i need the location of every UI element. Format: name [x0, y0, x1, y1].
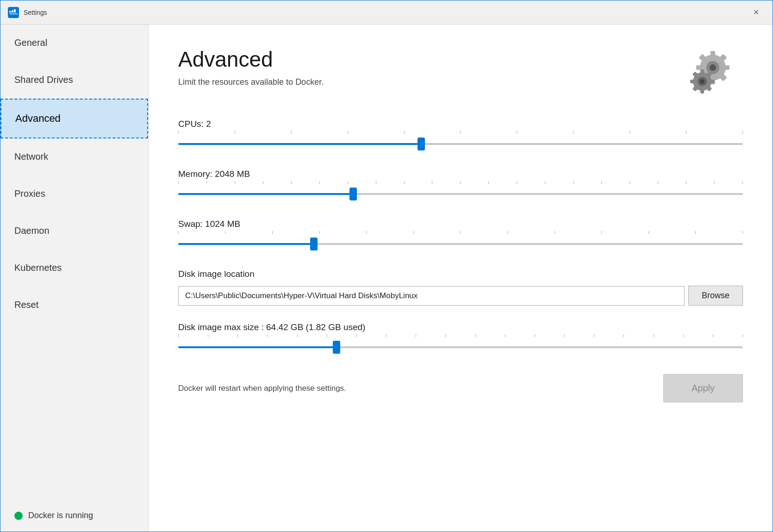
page-subtitle: Limit the resources available to Docker. — [178, 77, 324, 87]
sidebar: General Shared Drives Advanced Network P… — [0, 25, 149, 532]
cpus-ticks — [178, 131, 743, 134]
gear-icon — [683, 47, 743, 104]
gear-front — [690, 69, 714, 94]
content-area: Advanced Limit the resources available t… — [149, 25, 773, 532]
browse-button[interactable]: Browse — [688, 286, 743, 306]
page-title: Advanced — [178, 47, 324, 72]
cpus-section: CPUs: 2 — [178, 119, 743, 152]
disk-size-track — [178, 346, 743, 348]
sidebar-item-general[interactable]: General — [0, 25, 148, 62]
disk-location-section: Disk image location Browse — [178, 269, 743, 306]
memory-ticks — [178, 181, 743, 184]
apply-button[interactable]: Apply — [663, 374, 743, 402]
cpus-slider[interactable] — [178, 136, 743, 152]
disk-location-label: Disk image location — [178, 269, 743, 279]
disk-size-slider[interactable] — [178, 339, 743, 356]
swap-track — [178, 243, 743, 245]
svg-rect-4 — [9, 13, 18, 14]
content-header-text: Advanced Limit the resources available t… — [178, 47, 324, 87]
svg-rect-1 — [9, 11, 11, 13]
svg-rect-20 — [700, 89, 704, 94]
swap-fill — [178, 243, 314, 245]
cpus-label: CPUs: 2 — [178, 119, 743, 129]
disk-location-input[interactable] — [178, 286, 685, 306]
cpus-track — [178, 143, 743, 145]
sidebar-item-advanced[interactable]: Advanced — [0, 99, 148, 138]
sidebar-item-kubernetes[interactable]: Kubernetes — [0, 250, 148, 287]
content-header: Advanced Limit the resources available t… — [178, 47, 743, 104]
svg-rect-11 — [696, 65, 702, 70]
memory-label: Memory: 2048 MB — [178, 169, 743, 179]
status-label: Docker is running — [28, 511, 93, 520]
swap-slider[interactable] — [178, 236, 743, 252]
disk-size-ticks — [178, 334, 743, 337]
sidebar-item-daemon[interactable]: Daemon — [0, 213, 148, 250]
svg-rect-19 — [700, 69, 704, 74]
memory-fill — [178, 193, 353, 195]
cpus-thumb[interactable] — [418, 138, 425, 150]
swap-label: Swap: 1024 MB — [178, 219, 743, 229]
memory-slider[interactable] — [178, 186, 743, 202]
disk-size-section: Disk image max size : 64.42 GB (1.82 GB … — [178, 322, 743, 356]
sidebar-item-network[interactable]: Network — [0, 138, 148, 175]
swap-thumb[interactable] — [310, 238, 318, 250]
svg-rect-22 — [690, 80, 694, 83]
svg-rect-0 — [8, 7, 19, 18]
sidebar-item-proxies[interactable]: Proxies — [0, 175, 148, 213]
disk-size-thumb[interactable] — [333, 341, 340, 354]
close-button[interactable]: ✕ — [747, 5, 765, 20]
svg-rect-2 — [12, 10, 13, 13]
disk-size-fill — [178, 346, 337, 348]
footer-note: Docker will restart when applying these … — [178, 384, 346, 393]
window-title: Settings — [24, 9, 747, 16]
title-bar: Settings ✕ — [0, 0, 773, 25]
swap-ticks — [178, 231, 743, 234]
docker-status: Docker is running — [0, 500, 148, 532]
main-layout: General Shared Drives Advanced Network P… — [0, 25, 773, 532]
disk-location-row: Browse — [178, 286, 743, 306]
sidebar-item-shared-drives[interactable]: Shared Drives — [0, 62, 148, 99]
svg-rect-8 — [711, 51, 715, 56]
status-indicator — [14, 512, 23, 520]
memory-track — [178, 193, 743, 195]
content-footer: Docker will restart when applying these … — [178, 374, 743, 402]
svg-point-18 — [700, 79, 704, 84]
cpus-fill — [178, 143, 421, 145]
memory-section: Memory: 2048 MB — [178, 169, 743, 202]
swap-section: Swap: 1024 MB — [178, 219, 743, 252]
disk-size-label: Disk image max size : 64.42 GB (1.82 GB … — [178, 322, 743, 332]
svg-rect-21 — [710, 80, 714, 83]
app-icon — [8, 7, 19, 18]
sidebar-item-reset[interactable]: Reset — [0, 287, 148, 324]
svg-rect-10 — [724, 65, 729, 70]
svg-point-7 — [710, 64, 716, 71]
memory-thumb[interactable] — [349, 188, 357, 200]
svg-rect-3 — [14, 9, 16, 13]
